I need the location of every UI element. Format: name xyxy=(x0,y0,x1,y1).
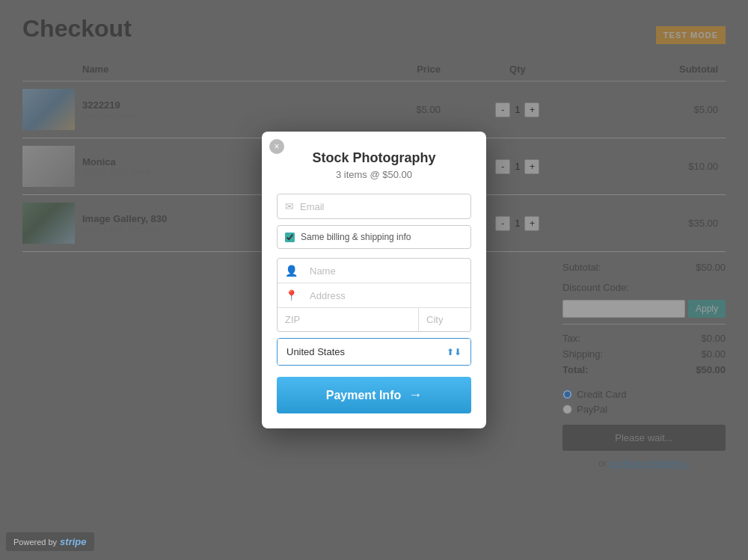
email-input-group: ✉ xyxy=(277,194,471,219)
stripe-logo: stripe xyxy=(60,536,86,547)
zip-input[interactable] xyxy=(278,308,418,331)
modal-overlay: × Stock Photography 3 items @ $50.00 ✉ S… xyxy=(0,0,748,560)
powered-by-text: Powered by xyxy=(13,538,57,547)
same-billing-row: Same billing & shipping info xyxy=(277,225,471,249)
address-group: 👤 📍 xyxy=(277,258,471,332)
location-icon: 📍 xyxy=(285,289,298,301)
same-billing-label: Same billing & shipping info xyxy=(301,232,411,242)
email-input[interactable] xyxy=(300,201,463,212)
name-row: 👤 xyxy=(278,259,470,283)
country-select-wrap: United StatesCanadaUnited KingdomAustral… xyxy=(277,338,471,366)
modal-close-button[interactable]: × xyxy=(269,139,284,154)
payment-info-label: Payment Info xyxy=(326,389,401,402)
zip-city-row xyxy=(278,307,470,331)
same-billing-checkbox[interactable] xyxy=(285,233,295,242)
person-icon: 👤 xyxy=(285,265,298,277)
powered-by-stripe: Powered by stripe xyxy=(6,532,94,551)
close-icon: × xyxy=(274,141,279,152)
address-row: 📍 xyxy=(278,283,470,307)
city-input[interactable] xyxy=(418,308,471,331)
address-input[interactable] xyxy=(310,290,463,301)
arrow-icon: → xyxy=(408,387,422,403)
checkout-modal: × Stock Photography 3 items @ $50.00 ✉ S… xyxy=(262,132,486,428)
country-select[interactable]: United StatesCanadaUnited KingdomAustral… xyxy=(278,339,470,365)
modal-title: Stock Photography xyxy=(277,150,471,166)
payment-info-button[interactable]: Payment Info → xyxy=(277,377,471,413)
email-icon: ✉ xyxy=(285,200,294,212)
name-input[interactable] xyxy=(310,265,463,277)
modal-subtitle: 3 items @ $50.00 xyxy=(277,169,471,180)
